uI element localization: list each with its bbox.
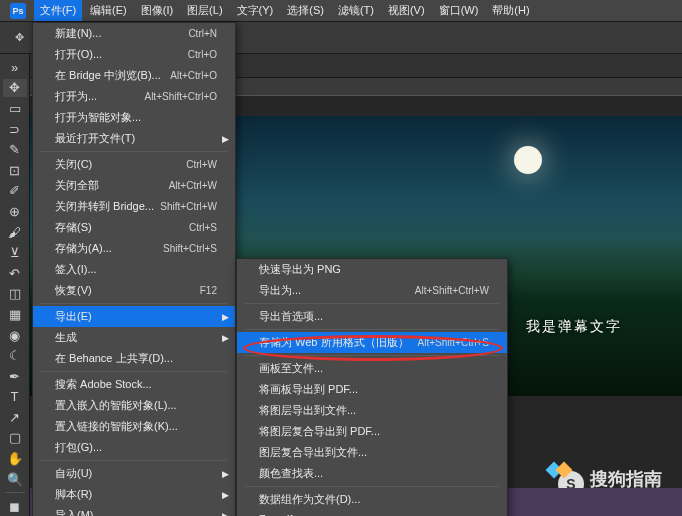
menu-item-label: 置入链接的智能对象(K)... [55, 419, 178, 434]
colors-swatch[interactable]: ◼ [3, 497, 27, 516]
collapse-icon[interactable]: » [3, 58, 27, 77]
menu-shortcut: Alt+Shift+Ctrl+S [418, 337, 489, 348]
file-menu-item[interactable]: 导出(E)▶ [33, 306, 235, 327]
file-menu-item[interactable]: 关闭(C)Ctrl+W [33, 154, 235, 175]
menu-separator [245, 329, 499, 330]
file-menu-item[interactable]: 导入(M)▶ [33, 505, 235, 516]
file-menu-item[interactable]: 最近打开文件(T)▶ [33, 128, 235, 149]
menu-item-label: 生成 [55, 330, 77, 345]
menu-image[interactable]: 图像(I) [135, 0, 179, 21]
menu-item-label: 存储(S) [55, 220, 92, 235]
file-menu-item[interactable]: 在 Bridge 中浏览(B)...Alt+Ctrl+O [33, 65, 235, 86]
menu-type[interactable]: 文字(Y) [231, 0, 280, 21]
move-tool[interactable]: ✥ [3, 79, 27, 98]
quick-select-tool[interactable]: ✎ [3, 140, 27, 159]
crop-tool[interactable]: ⊡ [3, 161, 27, 180]
menu-filter[interactable]: 滤镜(T) [332, 0, 380, 21]
menu-separator [41, 460, 227, 461]
menu-layer[interactable]: 图层(L) [181, 0, 228, 21]
menu-item-label: 在 Behance 上共享(D)... [55, 351, 173, 366]
file-menu-item[interactable]: 打开(O)...Ctrl+O [33, 44, 235, 65]
export-menu-item[interactable]: 颜色查找表... [237, 463, 507, 484]
file-menu-item[interactable]: 关闭全部Alt+Ctrl+W [33, 175, 235, 196]
menu-item-label: 存储为(A)... [55, 241, 112, 256]
menu-item-label: 最近打开文件(T) [55, 131, 135, 146]
submenu-arrow-icon: ▶ [222, 333, 229, 343]
export-menu-item[interactable]: 存储为 Web 所用格式（旧版）Alt+Shift+Ctrl+S [237, 332, 507, 353]
lasso-tool[interactable]: ⊃ [3, 120, 27, 139]
menu-window[interactable]: 窗口(W) [433, 0, 485, 21]
menu-view[interactable]: 视图(V) [382, 0, 431, 21]
submenu-arrow-icon: ▶ [222, 312, 229, 322]
dodge-tool[interactable]: ☾ [3, 346, 27, 365]
menu-item-label: 打包(G)... [55, 440, 102, 455]
healing-tool[interactable]: ⊕ [3, 202, 27, 221]
brush-tool[interactable]: 🖌 [3, 223, 27, 242]
file-menu-item[interactable]: 生成▶ [33, 327, 235, 348]
menu-help[interactable]: 帮助(H) [486, 0, 535, 21]
hand-tool[interactable]: ✋ [3, 449, 27, 468]
menu-item-label: 数据组作为文件(D)... [259, 492, 360, 507]
gradient-tool[interactable]: ▦ [3, 305, 27, 324]
tools-separator [5, 492, 25, 493]
file-menu-item[interactable]: 关闭并转到 Bridge...Shift+Ctrl+W [33, 196, 235, 217]
menu-select[interactable]: 选择(S) [281, 0, 330, 21]
marquee-tool[interactable]: ▭ [3, 99, 27, 118]
menu-item-label: 导出首选项... [259, 309, 323, 324]
export-menu-item[interactable]: 数据组作为文件(D)... [237, 489, 507, 510]
submenu-arrow-icon: ▶ [222, 490, 229, 500]
app-logo: Ps [10, 3, 26, 19]
menu-shortcut: Ctrl+O [188, 49, 217, 60]
rectangle-tool[interactable]: ▢ [3, 429, 27, 448]
export-menu-item[interactable]: 快速导出为 PNG [237, 259, 507, 280]
export-menu-item[interactable]: 将图层导出到文件... [237, 400, 507, 421]
eyedropper-tool[interactable]: ✐ [3, 182, 27, 201]
file-menu-item[interactable]: 在 Behance 上共享(D)... [33, 348, 235, 369]
menu-shortcut: Ctrl+W [186, 159, 217, 170]
file-menu-item[interactable]: 打包(G)... [33, 437, 235, 458]
submenu-arrow-icon: ▶ [222, 469, 229, 479]
menu-shortcut: Ctrl+S [189, 222, 217, 233]
export-menu-item[interactable]: 图层复合导出到文件... [237, 442, 507, 463]
export-menu-item[interactable]: 将图层复合导出到 PDF... [237, 421, 507, 442]
menu-shortcut: Shift+Ctrl+S [163, 243, 217, 254]
file-menu-item[interactable]: 新建(N)...Ctrl+N [33, 23, 235, 44]
menu-item-label: 打开(O)... [55, 47, 102, 62]
menu-item-label: 打开为智能对象... [55, 110, 141, 125]
file-menu-item[interactable]: 打开为...Alt+Shift+Ctrl+O [33, 86, 235, 107]
menu-item-label: 关闭并转到 Bridge... [55, 199, 154, 214]
file-menu-item[interactable]: 签入(I)... [33, 259, 235, 280]
type-tool[interactable]: T [3, 388, 27, 407]
menu-file[interactable]: 文件(F) [34, 0, 82, 21]
export-menu-item[interactable]: 将画板导出到 PDF... [237, 379, 507, 400]
file-menu-item[interactable]: 置入链接的智能对象(K)... [33, 416, 235, 437]
export-menu-item[interactable]: Zoomify... [237, 510, 507, 516]
pen-tool[interactable]: ✒ [3, 367, 27, 386]
file-menu-item[interactable]: 存储为(A)...Shift+Ctrl+S [33, 238, 235, 259]
eraser-tool[interactable]: ◫ [3, 285, 27, 304]
file-menu-item[interactable]: 恢复(V)F12 [33, 280, 235, 301]
menu-item-label: 将画板导出到 PDF... [259, 382, 358, 397]
file-menu-item[interactable]: 脚本(R)▶ [33, 484, 235, 505]
blur-tool[interactable]: ◉ [3, 326, 27, 345]
menu-item-label: 颜色查找表... [259, 466, 323, 481]
file-menu-item[interactable]: 置入嵌入的智能对象(L)... [33, 395, 235, 416]
menu-item-label: 恢复(V) [55, 283, 92, 298]
export-menu-item[interactable]: 导出首选项... [237, 306, 507, 327]
logo-square-icon [556, 462, 573, 479]
file-menu-item[interactable]: 搜索 Adobe Stock... [33, 374, 235, 395]
stamp-tool[interactable]: ⊻ [3, 243, 27, 262]
menu-item-label: 画板至文件... [259, 361, 323, 376]
menu-edit[interactable]: 编辑(E) [84, 0, 133, 21]
export-menu-item[interactable]: 画板至文件... [237, 358, 507, 379]
menu-shortcut: Alt+Shift+Ctrl+O [144, 91, 217, 102]
path-tool[interactable]: ↗ [3, 408, 27, 427]
submenu-arrow-icon: ▶ [222, 134, 229, 144]
file-menu-item[interactable]: 存储(S)Ctrl+S [33, 217, 235, 238]
file-menu-item[interactable]: 打开为智能对象... [33, 107, 235, 128]
menu-separator [41, 151, 227, 152]
history-brush-tool[interactable]: ↶ [3, 264, 27, 283]
zoom-tool[interactable]: 🔍 [3, 470, 27, 489]
export-menu-item[interactable]: 导出为...Alt+Shift+Ctrl+W [237, 280, 507, 301]
file-menu-item[interactable]: 自动(U)▶ [33, 463, 235, 484]
